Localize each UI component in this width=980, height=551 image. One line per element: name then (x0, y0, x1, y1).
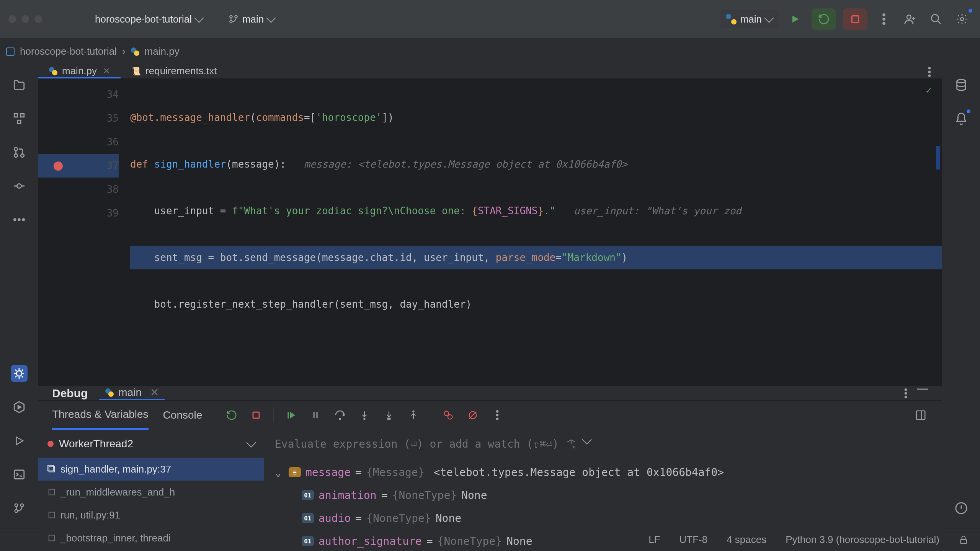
frame-icon (47, 488, 56, 496)
maximize-window[interactable] (34, 15, 42, 23)
step-into-button[interactable] (357, 408, 372, 422)
expand-eval-button[interactable] (583, 439, 590, 449)
search-everywhere[interactable] (926, 10, 946, 29)
lock-icon[interactable] (959, 535, 969, 545)
commit-tool[interactable] (11, 178, 28, 194)
tab-main-py[interactable]: main.py ✕ (38, 65, 121, 78)
svg-rect-38 (388, 418, 390, 419)
vcs-tool[interactable] (11, 144, 28, 161)
var-item[interactable]: 01 animation = {NoneType} None (275, 484, 931, 507)
settings[interactable] (952, 10, 972, 29)
rerun-button[interactable] (224, 408, 239, 422)
thread-selector[interactable]: WorkerThread2 (38, 430, 264, 458)
var-item[interactable]: 01 audio = {NoneType} None (275, 507, 931, 530)
debug-session-tab[interactable]: main ✕ (99, 386, 165, 400)
svg-point-29 (905, 392, 907, 395)
frame-item[interactable]: _bootstrap_inner, threadi (38, 527, 264, 549)
run-configuration[interactable]: main (720, 10, 779, 28)
database-icon (955, 78, 968, 91)
run-tool[interactable] (11, 432, 28, 449)
analysis-ok-icon[interactable]: ✓ (926, 84, 932, 96)
code-with-me[interactable] (900, 10, 920, 29)
tab-requirements[interactable]: 📜 requirements.txt (121, 65, 227, 78)
breadcrumb-project[interactable]: horoscope-bot-tutorial (20, 46, 117, 57)
ellipsis-icon (13, 218, 25, 221)
mute-breakpoints-button[interactable] (466, 408, 480, 422)
frame-item[interactable]: _run_middlewares_and_h (38, 481, 264, 504)
problems-tool[interactable] (953, 500, 970, 517)
project-name: horoscope-bot-tutorial (95, 13, 192, 25)
add-watch-button[interactable] (566, 439, 577, 449)
breadcrumb-file[interactable]: main.py (145, 46, 180, 57)
step-into-my-button[interactable] (382, 408, 396, 422)
svg-rect-46 (916, 411, 925, 420)
terminal-icon (13, 468, 26, 481)
svg-point-2 (235, 15, 237, 18)
debug-tool[interactable] (11, 365, 28, 382)
database-tool[interactable] (953, 77, 970, 93)
run-config-name: main (740, 13, 762, 25)
editor-tabs-more[interactable] (917, 65, 942, 78)
vcs-branch[interactable]: main (229, 13, 274, 25)
debug-more[interactable] (904, 388, 907, 398)
close-icon[interactable]: ✕ (150, 386, 159, 399)
sb-eol[interactable]: LF (648, 534, 660, 546)
stop-button[interactable] (249, 408, 263, 422)
play-icon (790, 14, 800, 24)
sb-encoding[interactable]: UTF-8 (679, 534, 707, 546)
mute-breakpoints-icon (467, 410, 478, 421)
stop-button[interactable] (843, 8, 867, 30)
project-tool[interactable] (11, 77, 28, 93)
minimize-window[interactable] (21, 15, 29, 23)
debug-rerun-button[interactable] (812, 8, 836, 30)
debug-minimize[interactable] (917, 388, 928, 398)
close-icon[interactable]: ✕ (103, 66, 110, 76)
structure-tool[interactable] (11, 110, 28, 127)
svg-point-5 (882, 18, 885, 21)
kebab-icon (928, 67, 931, 77)
step-out-button[interactable] (406, 408, 421, 422)
svg-point-27 (928, 74, 931, 77)
terminal-tool[interactable] (11, 466, 28, 483)
notifications-tool[interactable] (953, 110, 970, 127)
frame-label: sign_handler, main.py:37 (60, 463, 171, 475)
frame-item[interactable]: _bootstrap, threading.py: (38, 549, 264, 551)
expand-icon[interactable]: ⌄ (275, 466, 284, 479)
layout-button[interactable] (913, 408, 928, 422)
step-over-button[interactable] (333, 408, 347, 422)
pause-button[interactable] (308, 408, 323, 422)
git-tool[interactable] (11, 500, 28, 517)
breakpoint-icon[interactable] (54, 161, 63, 171)
gear-icon (956, 13, 968, 25)
svg-point-44 (496, 414, 499, 417)
line-number: 35 (38, 106, 119, 130)
var-root[interactable]: ⌄ ≡ message = {Message} <telebot.types.M… (275, 461, 931, 484)
editor[interactable]: 34 35 36 37 38 39 @bot.message_handler(c… (38, 79, 942, 386)
close-window[interactable] (8, 15, 16, 23)
svg-rect-34 (313, 412, 315, 418)
project-selector[interactable]: horoscope-bot-tutorial (95, 13, 203, 25)
frame-item[interactable]: sign_handler, main.py:37 (38, 458, 264, 481)
console-tab[interactable]: Console (163, 401, 203, 429)
frame-item[interactable]: run, util.py:91 (38, 504, 264, 527)
python-icon (105, 388, 114, 397)
sb-interpreter[interactable]: Python 3.9 (horoscope-bot-tutorial) (786, 534, 939, 546)
sb-indent[interactable]: 4 spaces (727, 534, 766, 546)
view-breakpoints-button[interactable] (441, 408, 456, 422)
structure-icon (13, 112, 26, 125)
resume-button[interactable] (284, 408, 298, 422)
pull-request-icon (13, 146, 26, 159)
code-area[interactable]: @bot.message_handler(commands=['horoscop… (130, 79, 942, 386)
more-actions[interactable] (874, 10, 893, 29)
evaluate-expression[interactable]: Evaluate expression (⏎) or add a watch (… (264, 430, 942, 458)
more-tool[interactable] (11, 211, 28, 228)
run-button[interactable] (786, 10, 805, 29)
stop-icon (850, 14, 860, 24)
gutter[interactable]: 34 35 36 37 38 39 (38, 79, 130, 386)
debug-body: WorkerThread2 sign_handler, main.py:37 _… (38, 430, 942, 551)
threads-vars-tab[interactable]: Threads & Variables (52, 401, 149, 430)
layout-icon (915, 409, 926, 421)
debug-more-actions[interactable] (490, 408, 505, 422)
eval-placeholder: Evaluate expression (⏎) or add a watch (… (275, 438, 559, 450)
services-tool[interactable] (11, 399, 28, 416)
